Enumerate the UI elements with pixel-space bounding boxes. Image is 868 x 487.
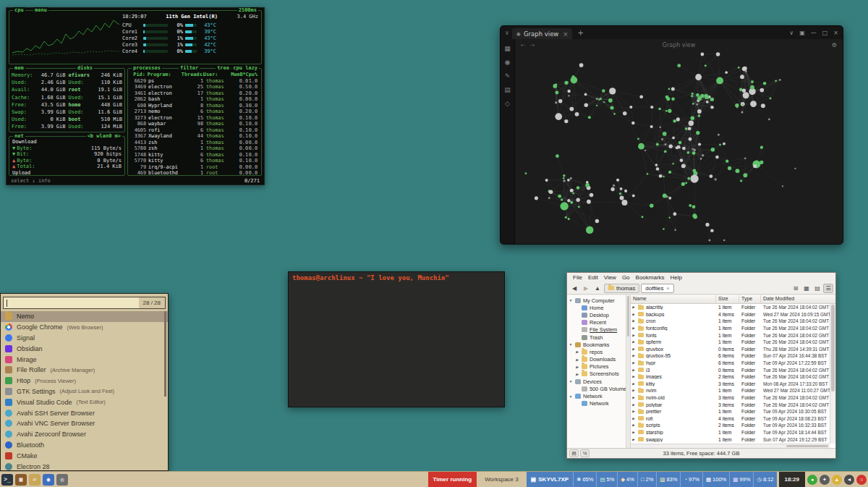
sidebar-scrollbar[interactable] [626, 295, 630, 448]
file-row[interactable]: ▶starship1 itemFolderTue 09 Apr 2024 18:… [631, 429, 835, 436]
tray-app-icon[interactable]: ▦ [15, 474, 27, 486]
back-button[interactable]: ◀ [569, 284, 579, 293]
expander-icon[interactable]: ▶ [575, 357, 579, 362]
sidebar-item[interactable]: Network [567, 400, 630, 407]
column-name[interactable]: Name [631, 295, 716, 303]
up-button[interactable]: ▲ [592, 284, 603, 293]
detailed-view-button[interactable]: ☰ [823, 284, 833, 293]
expander-icon[interactable]: ▶ [632, 354, 636, 357]
maximize-icon[interactable]: □ [822, 30, 828, 36]
monitor-item[interactable]: ✱65% [573, 472, 596, 487]
menu-item[interactable]: File [570, 274, 585, 281]
menu-item[interactable]: Edit [585, 274, 601, 281]
sidebar-item[interactable]: ▶Screenshots [567, 370, 630, 378]
process-row[interactable]: 2713nemo6thomas0.20.0 [130, 109, 259, 115]
settings-gear-icon[interactable]: ⚙ [832, 42, 837, 48]
process-row[interactable]: 469bluetoothd1root0.00.0 [130, 170, 259, 177]
monitor-item[interactable]: ◆4% [617, 472, 637, 487]
compact-view-button[interactable]: ▤ [812, 284, 822, 293]
obsidian-graph-window[interactable]: ∨ ◉ Graph view × + ∨ ▣ — □ × ▦ ◉ ✎ [500, 25, 843, 245]
expander-icon[interactable]: ▼ [569, 394, 573, 399]
process-row[interactable]: 79irq/9-acpi1root0.00.0 [130, 164, 259, 171]
new-tab-icon[interactable]: + [575, 29, 585, 37]
process-row[interactable]: 5780zsh1thomas0.00.0 [130, 145, 259, 152]
file-row[interactable]: ▶gpferm1 itemFolderTue 26 Mar 2024 18:04… [631, 339, 835, 346]
column-type[interactable]: Type [739, 295, 761, 303]
menu-item[interactable]: View [601, 274, 619, 281]
column-size[interactable]: Size [716, 295, 739, 303]
search-input[interactable] [4, 297, 139, 308]
system-monitor-window[interactable]: cpu menu 2500ms 18:29:07 11th Gen Intel(… [6, 7, 265, 185]
launcher-item[interactable]: Bluetooth [1, 440, 168, 451]
process-row[interactable]: 5770kitty6thomas0.10.0 [130, 158, 259, 164]
menu-button[interactable]: menu [33, 7, 48, 13]
processes-box-title[interactable]: processes [132, 65, 162, 71]
disks-box-title[interactable]: disks [76, 65, 94, 71]
sidebar-item[interactable]: ▶Pictures [567, 363, 630, 370]
sort-mode[interactable]: cpu lazy [231, 65, 259, 71]
minimize-icon[interactable]: — [811, 30, 817, 36]
expander-icon[interactable]: ▶ [632, 410, 636, 413]
vertical-scrollbar[interactable] [830, 304, 835, 444]
refresh-rate[interactable]: 2500ms [237, 7, 258, 13]
sidebar-item[interactable]: ▶Downloads [567, 356, 630, 363]
close-icon[interactable]: × [833, 30, 838, 36]
filter-button[interactable]: filter [179, 65, 200, 71]
process-row[interactable]: 698Hyprland8thomas0.30.0 [130, 103, 259, 109]
expander-icon[interactable]: ▶ [632, 340, 636, 344]
launcher-item[interactable]: Electron 28 [1, 461, 168, 472]
mem-box-title[interactable]: mem [13, 65, 25, 71]
process-row[interactable]: 868waybar98thomas0.10.0 [130, 121, 259, 127]
sidebar-item[interactable]: Home [567, 304, 630, 311]
expander-icon[interactable]: ▶ [632, 319, 636, 323]
file-row[interactable]: ▶nvim1 itemFolderWed 27 Mar 2024 11:00:2… [631, 387, 835, 394]
file-row[interactable]: ▶fonts1 itemFolderTue 26 Mar 2024 18:04:… [631, 331, 835, 339]
monitor-item[interactable]: ▦100% [702, 472, 729, 487]
expander-icon[interactable]: ▶ [632, 403, 636, 407]
net-interface[interactable]: <b wlan0 m> [86, 133, 122, 139]
window-menu-chevron-icon[interactable]: ∨ [789, 30, 793, 36]
launcher-item[interactable]: Avahi SSH Server Browser [1, 407, 168, 418]
expander-icon[interactable]: ▶ [632, 396, 636, 399]
expander-icon[interactable]: ▼ [569, 342, 573, 347]
expander-icon[interactable]: ▶ [632, 326, 636, 330]
launcher-item[interactable]: CMake [1, 450, 168, 461]
column-date-modified[interactable]: Date Modified [761, 295, 835, 303]
forward-button[interactable]: ▶ [581, 284, 591, 293]
expander-icon[interactable]: ▶ [632, 361, 636, 365]
tray-app-icon[interactable]: ◉ [43, 474, 54, 486]
systray-icon[interactable]: ✦ [820, 475, 830, 485]
graph-canvas[interactable] [515, 51, 843, 244]
thumbnail-view-button[interactable]: ▦ [801, 284, 812, 293]
file-row[interactable]: ▶polybar3 itemsFolderTue 26 Mar 2024 18:… [631, 401, 835, 408]
process-row[interactable]: 2062bash1thomas0.00.0 [130, 96, 259, 103]
host-indicator[interactable]: ▣SKYVL7XP [527, 476, 573, 483]
file-row[interactable]: ▶scripts2 itemsFolderTue 09 Apr 2024 16:… [631, 422, 835, 429]
process-row[interactable]: 4413zsh1thomas0.00.0 [130, 140, 259, 146]
path-button-home[interactable]: thomas [604, 284, 639, 293]
menu-item[interactable]: Bookmarks [633, 274, 668, 281]
process-row[interactable]: 3367Xwayland44thomas0.10.0 [130, 133, 259, 140]
expander-icon[interactable]: ▶ [632, 389, 636, 392]
launcher-item[interactable]: GTK Settings(Adjust Look and Feel) [1, 386, 168, 397]
expander-icon[interactable]: ▶ [632, 305, 636, 309]
tray-app-icon[interactable]: ◎ [56, 474, 68, 486]
tray-app-icon[interactable]: >_ [1, 474, 13, 486]
monitor-item[interactable]: ◔97% [680, 472, 702, 487]
file-row[interactable]: ▶alacritty1 itemFolderTue 26 Mar 2024 18… [631, 304, 835, 311]
monitor-item[interactable]: ◷8:12 [753, 472, 776, 487]
expander-icon[interactable]: ▶ [632, 375, 636, 378]
taskbar-clock[interactable]: 18:29 [779, 472, 805, 487]
file-row[interactable]: ▶swappy1 itemFolderSun 07 Apr 2024 19:12… [631, 436, 835, 443]
expander-icon[interactable]: ▶ [632, 368, 636, 372]
file-row[interactable]: ▶kitty3 itemsFolderMon 08 Apr 2024 17:33… [631, 381, 835, 388]
launcher-item[interactable]: Google Chrome(Web Browser) [1, 322, 168, 333]
app-launcher-menu[interactable]: 28 / 28 Nemo Google Chrome(Web Browser) … [0, 293, 169, 471]
systray-icon[interactable]: ▲ [832, 475, 842, 485]
expander-icon[interactable]: ▶ [632, 431, 636, 434]
ribbon-icon[interactable]: ▤ [504, 86, 511, 93]
expander-icon[interactable]: ▼ [569, 379, 573, 384]
sidebar-item[interactable]: Trash [567, 334, 630, 341]
chevron-down-icon[interactable]: ∨ [505, 30, 509, 36]
launcher-item[interactable]: Visual Studio Code(Text Editor) [1, 397, 168, 407]
